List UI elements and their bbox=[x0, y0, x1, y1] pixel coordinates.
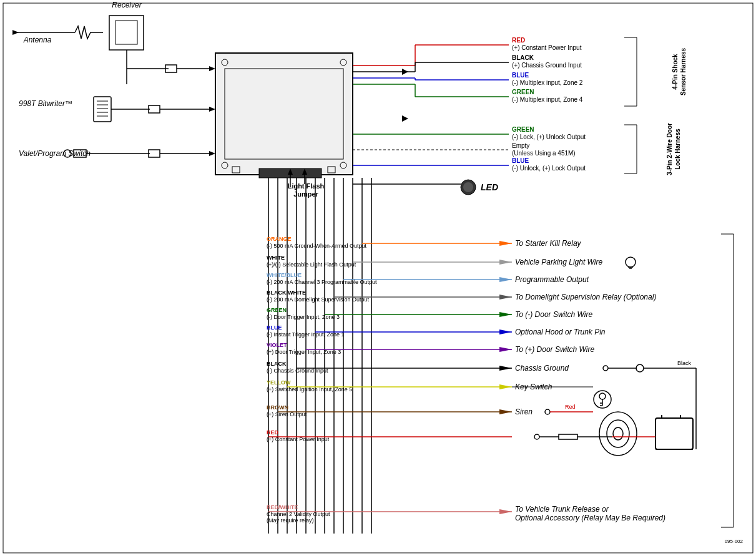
black-white-wire-label: BLACK/WHITE bbox=[267, 290, 306, 296]
yellow-wire-desc: (+) Switched Ignition Input, Zone 5 bbox=[267, 386, 352, 393]
red-white-wire-label: RED/WHITE bbox=[267, 504, 298, 510]
receiver-label: Receiver bbox=[112, 1, 142, 9]
wire-green-lock-desc: (-) Lock, (+) Unlock Output bbox=[512, 134, 586, 140]
white-destination: Vehicle Parking Light Wire bbox=[515, 258, 603, 266]
wire-empty-desc: (Unless Using a 451M) bbox=[512, 150, 576, 157]
siren-red-wire-label: Red bbox=[565, 404, 576, 410]
violet-wire-label: VIOLET bbox=[267, 342, 287, 348]
wire-green-top-desc: (-) Multiplex input, Zone 4 bbox=[512, 96, 583, 103]
red-white-destination1: To Vehicle Trunk Release or bbox=[515, 505, 609, 514]
white-wire-desc: (+)/(-) Selectable Light Flash Output bbox=[267, 261, 356, 268]
red-white-wire-desc1: Channel 2 Validity Output bbox=[267, 511, 330, 517]
svg-point-64 bbox=[463, 182, 473, 192]
white-blue-wire-label: WHITE/BLUE bbox=[267, 272, 302, 278]
orange-wire-label: ORANGE bbox=[267, 236, 292, 242]
violet-wire-desc: (+) Door Trigger Input, Zone 3 bbox=[267, 349, 341, 355]
wire-blue-lock-label: BLUE bbox=[512, 157, 529, 164]
white-blue-destination: Programmable Output bbox=[515, 275, 589, 284]
green-door-destination: To (-) Door Switch Wire bbox=[515, 310, 592, 319]
wire-blue-top-desc: (-) Multiplex input, Zone 2 bbox=[512, 79, 583, 86]
red-power-wire-desc: (+) Constant Power Input bbox=[267, 436, 330, 442]
valet-switch-label: Valet/Program Switch bbox=[19, 149, 91, 158]
brown-wire-label: BROWN bbox=[267, 404, 288, 411]
part-number: 095-002 bbox=[725, 539, 744, 544]
bitwriter-label: 998T Bitwriter™ bbox=[19, 99, 72, 108]
wire-green-top-label: GREEN bbox=[512, 89, 534, 95]
black-white-wire-desc: (-) 200 mA Domelight Supervision Output bbox=[267, 296, 370, 303]
orange-destination: To Starter Kill Relay bbox=[515, 239, 582, 248]
wire-green-lock-label: GREEN bbox=[512, 126, 534, 133]
orange-wire-desc: (-) 500 mA Ground-When-Armed Output bbox=[267, 243, 367, 249]
red-white-wire-desc2: (May require relay) bbox=[267, 517, 314, 524]
led-label: LED bbox=[481, 182, 498, 192]
black-white-destination: To Domelight Supervision Relay (Optional… bbox=[515, 293, 656, 301]
sensor-harness-label: 4-Pin Shock bbox=[672, 54, 679, 90]
brown-wire-desc: (+) Siren Output bbox=[267, 411, 307, 417]
violet-destination: To (+) Door Switch Wire bbox=[515, 345, 594, 354]
red-power-wire-label: RED bbox=[267, 429, 279, 436]
blue-instant-wire-desc: (-) Instant Trigger Input, Zone 1 bbox=[267, 331, 345, 338]
black-chassis-wire-label: BLACK bbox=[267, 361, 287, 367]
wire-black-top-desc: (+) Chassis Ground Input bbox=[512, 62, 582, 69]
wire-blue-top-label: BLUE bbox=[512, 72, 529, 79]
brown-destination: Siren bbox=[515, 407, 533, 416]
wire-black-top-label: BLACK bbox=[512, 54, 534, 61]
black-chassis-wire-desc: (-) Chassis Ground Input bbox=[267, 368, 328, 374]
yellow-wire-label: YELLOW bbox=[267, 379, 291, 386]
lock-harness-label2: Lock Harness bbox=[674, 129, 681, 170]
wire-red-desc: (+) Constant Power Input bbox=[512, 44, 582, 51]
sensor-harness-label2: Sensor Harness bbox=[680, 47, 687, 95]
svg-rect-0 bbox=[0, 0, 756, 556]
wire-blue-lock-desc: (-) Unlock, (+) Lock Output bbox=[512, 165, 586, 172]
wire-red-label: RED bbox=[512, 37, 525, 44]
red-white-destination2: Optional Accessory (Relay May Be Require… bbox=[515, 514, 665, 522]
black-chassis-destination: Chassis Ground bbox=[515, 364, 569, 373]
black-terminal-label: Black bbox=[677, 360, 692, 366]
wire-empty-label: Empty bbox=[512, 142, 529, 149]
blue-instant-wire-label: BLUE bbox=[267, 324, 282, 331]
white-blue-wire-desc: (-) 200 mA Channel 3 Programmable Output bbox=[267, 279, 377, 285]
green-door-wire-label: GREEN bbox=[267, 307, 287, 313]
blue-instant-destination: Optional Hood or Trunk Pin bbox=[515, 328, 606, 336]
lock-harness-label: 3-Pin 2-Wire Door bbox=[666, 123, 673, 175]
green-door-wire-desc: (-) Door Trigger Input, Zone 3 bbox=[267, 314, 340, 320]
white-wire-label: WHITE bbox=[267, 255, 285, 261]
diagram-container: Receiver Antenna 998T Bitwriter™ Valet/P bbox=[0, 0, 756, 556]
svg-rect-27 bbox=[215, 53, 353, 175]
antenna-label: Antenna bbox=[23, 36, 52, 44]
